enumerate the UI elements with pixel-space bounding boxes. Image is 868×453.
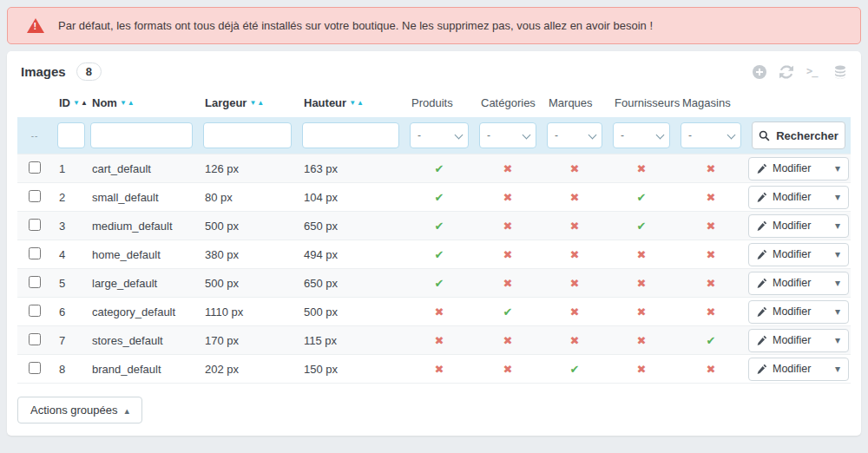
magasins-status-icon xyxy=(707,248,716,261)
row-checkbox[interactable] xyxy=(29,247,41,259)
produits-status-icon xyxy=(435,334,444,347)
row-checkbox[interactable] xyxy=(29,362,41,374)
column-header-produits: Produits xyxy=(404,88,474,117)
column-header-id[interactable]: ID xyxy=(52,88,85,117)
chevron-down-icon[interactable] xyxy=(835,334,840,346)
row-name: home_default xyxy=(85,240,198,269)
chevron-down-icon[interactable] xyxy=(835,277,840,289)
chevron-down-icon[interactable] xyxy=(835,363,840,375)
filter-marques-select[interactable]: - xyxy=(547,122,602,148)
produits-status-icon xyxy=(435,277,444,290)
row-width: 500 px xyxy=(198,269,297,298)
filter-row-label: -- xyxy=(17,117,52,154)
modifier-button[interactable]: Modifier xyxy=(748,243,849,266)
images-table: ID Nom Largeur Hauteur Produits Catégori… xyxy=(17,88,851,384)
filter-width-input[interactable] xyxy=(203,122,292,148)
sort-asc-icon[interactable] xyxy=(256,96,264,109)
pencil-icon xyxy=(757,192,767,202)
filter-height-input[interactable] xyxy=(302,122,399,148)
produits-status-icon xyxy=(435,248,444,261)
panel-title: Images xyxy=(21,64,66,79)
search-icon xyxy=(759,130,770,141)
column-header-largeur[interactable]: Largeur xyxy=(198,88,297,117)
row-width: 126 px xyxy=(198,154,297,183)
search-button[interactable]: Rechercher xyxy=(752,121,845,149)
alert-text: Par défaut, les formats ont tous déjà ét… xyxy=(58,19,653,32)
filter-fournisseurs-select[interactable]: - xyxy=(613,122,670,148)
table-row: 2 small_default 80 px 104 px Modifier xyxy=(17,183,851,212)
row-checkbox[interactable] xyxy=(29,161,41,174)
filter-produits-select[interactable]: - xyxy=(410,122,469,148)
modifier-label: Modifier xyxy=(773,277,811,289)
marques-status-icon xyxy=(570,162,580,175)
sort-asc-icon[interactable] xyxy=(356,96,364,109)
sort-asc-icon[interactable] xyxy=(80,96,88,109)
magasins-status-icon xyxy=(707,305,716,318)
chevron-down-icon[interactable] xyxy=(835,248,840,260)
filter-magasins-select[interactable]: - xyxy=(681,122,741,148)
modifier-button[interactable]: Modifier xyxy=(748,186,849,209)
row-name: cart_default xyxy=(85,154,198,183)
row-id: 6 xyxy=(52,298,85,326)
column-header-nom[interactable]: Nom xyxy=(85,88,198,117)
row-checkbox[interactable] xyxy=(29,190,41,202)
row-height: 150 px xyxy=(297,355,404,384)
row-id: 1 xyxy=(52,154,85,183)
row-height: 104 px xyxy=(297,183,404,212)
chevron-down-icon[interactable] xyxy=(835,162,840,174)
modifier-button[interactable]: Modifier xyxy=(748,157,849,181)
modifier-button[interactable]: Modifier xyxy=(748,214,849,238)
row-checkbox[interactable] xyxy=(29,333,41,345)
images-table-container: ID Nom Largeur Hauteur Produits Catégori… xyxy=(7,88,861,384)
sort-desc-icon[interactable] xyxy=(73,96,80,109)
modifier-label: Modifier xyxy=(773,191,811,203)
filter-categories-select[interactable]: - xyxy=(479,122,536,148)
sort-asc-icon[interactable] xyxy=(127,96,135,109)
column-header-categories: Catégories xyxy=(474,88,542,117)
fournisseurs-status-icon xyxy=(637,277,647,290)
row-checkbox[interactable] xyxy=(29,276,41,288)
categories-status-icon xyxy=(503,277,513,290)
magasins-status-icon xyxy=(707,363,716,376)
modifier-button[interactable]: Modifier xyxy=(748,272,849,295)
chevron-down-icon[interactable] xyxy=(835,220,840,232)
plus-circle-icon[interactable] xyxy=(753,65,766,79)
row-checkbox[interactable] xyxy=(29,305,41,317)
fournisseurs-status-icon xyxy=(637,162,647,175)
panel-footer: Actions groupées xyxy=(7,384,861,423)
row-width: 202 px xyxy=(198,355,297,384)
pencil-icon xyxy=(757,364,767,374)
modifier-button[interactable]: Modifier xyxy=(748,300,849,324)
fournisseurs-status-icon xyxy=(637,191,647,204)
column-header-hauteur[interactable]: Hauteur xyxy=(297,88,404,117)
fournisseurs-status-icon xyxy=(637,305,647,318)
pencil-icon xyxy=(757,163,767,174)
pencil-icon xyxy=(757,278,767,288)
marques-status-icon xyxy=(570,363,580,376)
modifier-label: Modifier xyxy=(773,220,811,232)
bulk-actions-button[interactable]: Actions groupées xyxy=(17,397,142,423)
row-width: 380 px xyxy=(198,240,297,269)
terminal-icon[interactable] xyxy=(806,65,820,79)
chevron-down-icon[interactable] xyxy=(835,305,840,318)
modifier-label: Modifier xyxy=(773,248,811,260)
row-id: 5 xyxy=(52,269,85,298)
sort-desc-icon[interactable] xyxy=(349,96,356,109)
row-width: 80 px xyxy=(198,183,297,212)
database-icon[interactable] xyxy=(833,65,847,79)
categories-status-icon xyxy=(503,220,513,233)
row-checkbox[interactable] xyxy=(29,219,41,231)
categories-status-icon xyxy=(503,363,513,376)
sort-desc-icon[interactable] xyxy=(120,96,127,109)
magasins-status-icon xyxy=(707,162,716,175)
select-all-header xyxy=(17,88,52,117)
chevron-down-icon[interactable] xyxy=(835,191,840,203)
produits-status-icon xyxy=(435,191,444,204)
filter-name-input[interactable] xyxy=(90,122,193,148)
filter-id-input[interactable] xyxy=(57,122,85,148)
fournisseurs-status-icon xyxy=(637,248,647,261)
modifier-button[interactable]: Modifier xyxy=(748,329,849,352)
table-row: 8 brand_default 202 px 150 px Modifier xyxy=(17,355,851,384)
modifier-button[interactable]: Modifier xyxy=(748,358,849,381)
refresh-icon[interactable] xyxy=(779,65,793,79)
